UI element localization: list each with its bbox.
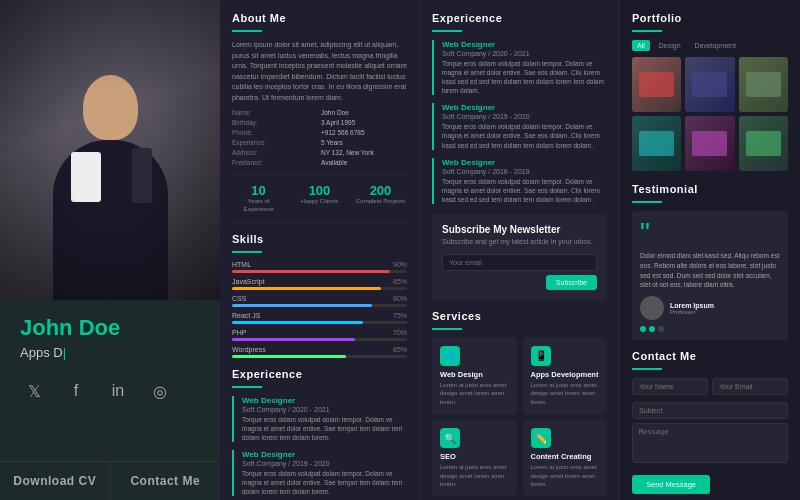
- skill-css: CSS80%: [232, 295, 407, 307]
- portfolio-lg-3[interactable]: [739, 57, 788, 112]
- services-grid-col2: 🌐 Web Design Lorem at justo eros amet de…: [432, 338, 607, 496]
- contact-name-input[interactable]: [632, 378, 708, 395]
- column-2: Expericence Web Designer Soft Company / …: [420, 0, 620, 500]
- experience-underline-col1: [232, 386, 262, 388]
- contact-title: Contact Me: [632, 350, 788, 362]
- download-cv-button[interactable]: Download CV: [0, 462, 111, 500]
- about-underline: [232, 30, 262, 32]
- portfolio-tabs-col3: All Design Development: [632, 40, 788, 51]
- detail-label-freelance: Freelance:: [232, 159, 318, 166]
- stat-clients: 100 Happy Clients: [293, 183, 346, 214]
- person-title: Apps D: [20, 345, 200, 360]
- skill-js: JavaScript85%: [232, 278, 407, 290]
- col2-seo-icon: 🔍: [440, 428, 460, 448]
- about-body: Lorem ipsum dolor sit amet, adipiscing e…: [232, 40, 407, 103]
- exp-col2-item-3: Web Designer Soft Company / 2018 - 2019 …: [432, 158, 607, 204]
- stat-experience-label: Years of Experience: [232, 198, 285, 214]
- detail-value-address: NY 132, New York: [321, 149, 407, 156]
- portfolio-section-col3: Portfolio All Design Development: [632, 12, 788, 171]
- about-section: About Me Lorem ipsum dolor sit amet, adi…: [232, 12, 407, 223]
- service-col2-apps: 📱 Apps Development Lorem at justo eros a…: [523, 338, 608, 414]
- portfolio-lg-5[interactable]: [685, 116, 734, 171]
- main-content: About Me Lorem ipsum dolor sit amet, adi…: [220, 0, 800, 500]
- testimonial-role: Professer: [670, 309, 714, 315]
- newsletter-subscribe-col2[interactable]: Subscribe: [546, 275, 597, 290]
- newsletter-title-col2: Subscribe My Newsletter: [442, 224, 597, 235]
- skills-section: Skills HTML90% JavaScript85% CSS80% Reac…: [232, 233, 407, 358]
- profile-info: John Doe Apps D 𝕏 f in ◎: [0, 300, 220, 461]
- bottom-buttons: Download CV Contact Me: [0, 461, 220, 500]
- experience-section-col2: Expericence Web Designer Soft Company / …: [432, 12, 607, 204]
- facebook-icon[interactable]: f: [62, 377, 90, 405]
- service-col2-content: ✏️ Content Creating Lorem at justo eros …: [523, 420, 608, 496]
- contact-email-input[interactable]: [712, 378, 788, 395]
- detail-label-experience: Experience:: [232, 139, 318, 146]
- col2-webdesign-icon: 🌐: [440, 346, 460, 366]
- instagram-icon[interactable]: ◎: [146, 377, 174, 405]
- social-icons-row: 𝕏 f in ◎: [20, 372, 200, 405]
- skill-wordpress: Wordpress65%: [232, 346, 407, 358]
- skill-reactjs: React JS75%: [232, 312, 407, 324]
- portfolio-lg-2[interactable]: [685, 57, 734, 112]
- portfolio-lg-1[interactable]: [632, 57, 681, 112]
- experience-underline-col2: [432, 30, 462, 32]
- exp-item-2: Web Designer Soft Company / 2019 - 2020 …: [232, 450, 407, 496]
- testimonial-section: Testimonial " Dolor elmod dlam stet kasd…: [632, 183, 788, 340]
- contact-name-email-row: [632, 378, 788, 399]
- exp-col2-item-2: Web Designer Soft Company / 2019 - 2020 …: [432, 103, 607, 149]
- portfolio-tab-design-col3[interactable]: Design: [654, 40, 686, 51]
- portfolio-tab-dev-col3[interactable]: Development: [690, 40, 741, 51]
- skill-php: PHP70%: [232, 329, 407, 341]
- detail-value-name: John Doe: [321, 109, 407, 116]
- portfolio-tab-all-col3[interactable]: All: [632, 40, 650, 51]
- newsletter-email-col2[interactable]: [442, 254, 597, 271]
- services-section-col2: Services 🌐 Web Design Lorem at justo ero…: [432, 310, 607, 496]
- portfolio-underline-col3: [632, 30, 662, 32]
- person-name: John Doe: [20, 315, 200, 341]
- newsletter-col2: Subscribe My Newsletter Subscribe and ge…: [432, 214, 607, 300]
- about-details: Name: John Doe Birthday: 3 April 1995 Ph…: [232, 109, 407, 166]
- photo-overlay: [0, 0, 220, 300]
- testimonial-dots: [640, 326, 780, 332]
- linkedin-icon[interactable]: in: [104, 377, 132, 405]
- column-1: About Me Lorem ipsum dolor sit amet, adi…: [220, 0, 420, 500]
- twitter-icon[interactable]: 𝕏: [20, 377, 48, 405]
- service-col2-webdesign: 🌐 Web Design Lorem at justo eros amet de…: [432, 338, 517, 414]
- contact-me-button[interactable]: Contact Me: [111, 462, 221, 500]
- services-underline-col2: [432, 328, 462, 330]
- stat-clients-label: Happy Clients: [293, 198, 346, 206]
- skills-title: Skills: [232, 233, 407, 245]
- col2-apps-icon: 📱: [531, 346, 551, 366]
- stat-clients-num: 100: [293, 183, 346, 198]
- detail-value-phone: +912 566 6785: [321, 129, 407, 136]
- send-message-button[interactable]: Send Message: [632, 475, 710, 494]
- testimonial-title: Testimonial: [632, 183, 788, 195]
- contact-form: Send Message: [632, 378, 788, 494]
- stat-experience: 10 Years of Experience: [232, 183, 285, 214]
- detail-label-phone: Phone:: [232, 129, 318, 136]
- left-panel: John Doe Apps D 𝕏 f in ◎ Download CV Con…: [0, 0, 220, 500]
- profile-photo: [0, 0, 220, 300]
- experience-title-col2: Expericence: [432, 12, 607, 24]
- exp-item-1: Web Designer Soft Company / 2020 - 2021 …: [232, 396, 407, 442]
- stat-projects-num: 200: [354, 183, 407, 198]
- quote-mark: ": [640, 219, 780, 247]
- testimonial-avatar: [640, 296, 664, 320]
- portfolio-lg-4[interactable]: [632, 116, 681, 171]
- stat-experience-num: 10: [232, 183, 285, 198]
- about-title: About Me: [232, 12, 407, 24]
- portfolio-title-col3: Portfolio: [632, 12, 788, 24]
- testimonial-author: Lorem Ipsum: [670, 302, 714, 309]
- portfolio-lg-6[interactable]: [739, 116, 788, 171]
- detail-value-freelance: Available: [321, 159, 407, 166]
- testimonial-box: " Dolor elmod dlam stet kasd sed. Aliqu …: [632, 211, 788, 340]
- dot-3[interactable]: [658, 326, 664, 332]
- experience-title-col1: Expericence: [232, 368, 407, 380]
- dot-1[interactable]: [640, 326, 646, 332]
- detail-value-experience: 5 Years: [321, 139, 407, 146]
- contact-subject-input[interactable]: [632, 402, 788, 419]
- stat-projects-label: Complete Projects: [354, 198, 407, 206]
- dot-2[interactable]: [649, 326, 655, 332]
- detail-label-address: Address:: [232, 149, 318, 156]
- contact-message-input[interactable]: [632, 423, 788, 463]
